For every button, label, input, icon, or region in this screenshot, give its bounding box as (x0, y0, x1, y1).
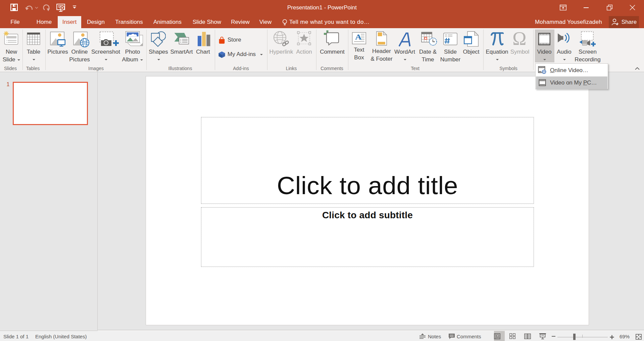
svg-text:Ω: Ω (512, 31, 527, 47)
svg-text:A: A (355, 33, 362, 41)
